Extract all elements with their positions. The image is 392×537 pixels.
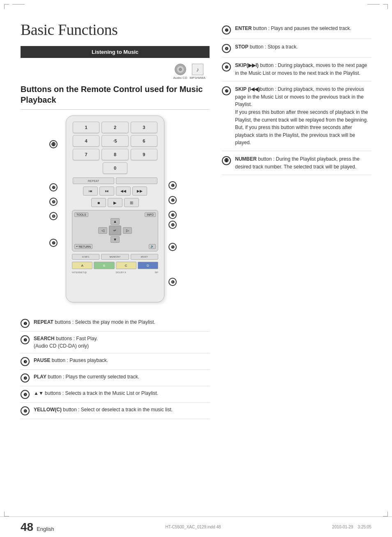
section-subtitle: Buttons on the Remote Control used for M… <box>21 84 210 110</box>
callout-2-on-remote: ❷ <box>168 196 177 204</box>
key-4: 4 <box>73 135 99 147</box>
callout-5-on-remote: ❺ <box>168 243 177 251</box>
desc-num-5: ❺ <box>21 390 30 399</box>
callout-1-on-remote: ❶ <box>168 181 177 189</box>
right-desc-text-8: STOP button : Stops a track. <box>235 43 298 51</box>
audio-cd-label: Audio CD <box>173 76 187 80</box>
right-desc-row-8: ❽ STOP button : Stops a track. <box>222 39 371 58</box>
bp-label: BP <box>155 271 158 274</box>
desc-num-1: ❶ <box>21 319 30 328</box>
page-footer: 48 English HT-C5500_XAC_0129.indd 48 201… <box>0 516 392 537</box>
key-7: 7 <box>73 149 99 160</box>
internet-label: INTERNET@ <box>72 271 87 274</box>
right-desc-text-9: SKIP(▶▶I) button : During playback, move… <box>235 62 371 77</box>
key-1: 1 <box>73 122 99 133</box>
right-desc-text-11: NUMBER button : During the Playlist play… <box>235 155 371 171</box>
right-desc-num-10: ❿ <box>222 86 231 95</box>
blue-btn: D <box>138 262 158 269</box>
tools-btn: TOOLS <box>74 212 88 217</box>
most-btn: MOST <box>131 254 158 260</box>
callout-11-on-remote: ⓫ <box>49 140 58 148</box>
top-line-left <box>12 4 25 5</box>
left-desc-table: ❶ REPEAT buttons : Selects the play mode… <box>21 315 210 419</box>
callout-8-on-remote: ❽ <box>49 212 58 220</box>
right-desc-table: ❼ ENTER button : Plays and pauses the se… <box>222 21 371 175</box>
footer-date: 2010-01-29 <box>332 525 353 529</box>
nav-down-btn: ▼ <box>111 236 120 243</box>
search-fwd-btn: ▶▶ <box>132 187 147 196</box>
c-btn: C <box>116 262 136 269</box>
nav-down-row: ▼ <box>74 236 156 243</box>
footer-filename: HT-C5500_XAC_0129.indd 48 <box>166 525 221 529</box>
desc-row-3: ❸ PAUSE button : Pauses playback. <box>21 353 210 370</box>
page-title: Basic Functions <box>21 21 210 39</box>
key-8: 8 <box>101 149 128 160</box>
numpad-grid: 1 2 3 4 ·5 6 7 8 9 <box>73 122 157 160</box>
callout-3-on-remote: ❸ <box>168 211 177 219</box>
repeat-btn: REPEAT <box>73 177 114 184</box>
bottom-labels: INTERNET@ DOLBY II BP <box>66 270 164 274</box>
right-desc-text-7: ENTER button : Plays and pauses the sele… <box>235 25 351 32</box>
nav-up-btn: ▲ <box>111 218 120 225</box>
desc-num-4: ❹ <box>21 373 30 383</box>
dolby-label: DOLBY II <box>115 271 126 274</box>
callout-7-on-remote: ❼ <box>49 239 58 247</box>
key-0: 0 <box>103 162 127 174</box>
vol-btn: 🔊 <box>149 244 156 249</box>
footer-center: HT-C5500_XAC_0129.indd 48 <box>166 525 221 529</box>
key-3: 3 <box>131 122 157 133</box>
callout-9-on-remote: ❾ <box>49 198 58 206</box>
nav-enter-btn: ↵ <box>109 226 121 235</box>
page-number: 48 <box>21 521 33 534</box>
desc-text-3: PAUSE button : Pauses playback. <box>34 357 108 364</box>
callout-6-on-remote: ❻ <box>168 278 177 286</box>
remote-diagram: 1 2 3 4 ·5 6 7 8 9 0 <box>37 115 193 309</box>
play-btn: ▶ <box>108 198 122 207</box>
desc-text-6: YELLOW(C) button : Select or deselect a … <box>34 406 173 413</box>
callout-4-on-remote: ❹ <box>168 221 177 229</box>
right-desc-num-11: ⓫ <box>222 156 231 165</box>
mp3-icon: ♪ MP3/WMA <box>190 64 205 80</box>
footer-left: 48 English <box>21 521 54 534</box>
section-header: Listening to Music <box>21 46 210 58</box>
remote-numpad: 1 2 3 4 ·5 6 7 8 9 0 <box>66 116 164 176</box>
memory-btn: MEMORY <box>101 254 129 260</box>
nav-up-row: ▲ <box>74 218 156 225</box>
transport-row: ⏮ ⏭ ◀◀ ▶▶ <box>66 185 164 197</box>
play-row: ■ ▶ ⊞ <box>66 197 164 208</box>
skip-next-btn: ⏭ <box>99 187 114 196</box>
right-desc-row-9: ❾ SKIP(▶▶I) button : During playback, mo… <box>222 58 371 81</box>
hnfc-btn: H.NFC <box>72 254 99 260</box>
music-note-icon: ♪ <box>192 64 203 75</box>
stop-btn: ■ <box>91 198 106 207</box>
top-line-right <box>367 4 380 5</box>
mp3-label: MP3/WMA <box>190 76 205 80</box>
right-desc-num-8: ❽ <box>222 44 231 53</box>
desc-num-6: ❻ <box>21 406 30 415</box>
right-desc-text-10: SKIP (I◀◀)button : During playback, move… <box>235 85 371 147</box>
corner-mark-tl <box>4 4 9 9</box>
desc-row-6: ❻ YELLOW(C) button : Select or deselect … <box>21 403 210 419</box>
nav-tools-row: TOOLS INFO <box>74 212 156 217</box>
remote-body: 1 2 3 4 ·5 6 7 8 9 0 <box>66 115 164 302</box>
desc-text-4: PLAY button : Plays the currently select… <box>34 373 139 380</box>
corner-mark-br <box>383 512 388 516</box>
main-content: Basic Functions Listening to Music Audio… <box>0 8 392 427</box>
right-column: ❼ ENTER button : Plays and pauses the se… <box>218 21 371 419</box>
nav-mid-row: ◁ ↵ ▷ <box>74 226 156 235</box>
callout-10-on-remote: ❿ <box>49 183 58 191</box>
key-6: 6 <box>131 135 157 147</box>
audio-cd-icon: Audio CD <box>173 64 187 80</box>
footer-right: 2010-01-29 3:25:05 <box>332 525 371 529</box>
corner-mark-tr <box>383 4 388 9</box>
nav-right-btn: ▷ <box>123 227 132 234</box>
desc-row-5: ❺ ▲▼ buttons : Selects a track in the Mu… <box>21 386 210 403</box>
green-btn: B <box>94 262 114 269</box>
key-5: ·5 <box>101 135 128 147</box>
hnfc-row: H.NFC MEMORY MOST <box>66 253 164 260</box>
desc-num-2: ❷ <box>21 335 30 344</box>
key-9: 9 <box>131 149 157 160</box>
yellow-btn: A <box>72 262 92 269</box>
page-wrapper: Basic Functions Listening to Music Audio… <box>0 0 392 537</box>
info-btn: INFO <box>145 212 156 217</box>
